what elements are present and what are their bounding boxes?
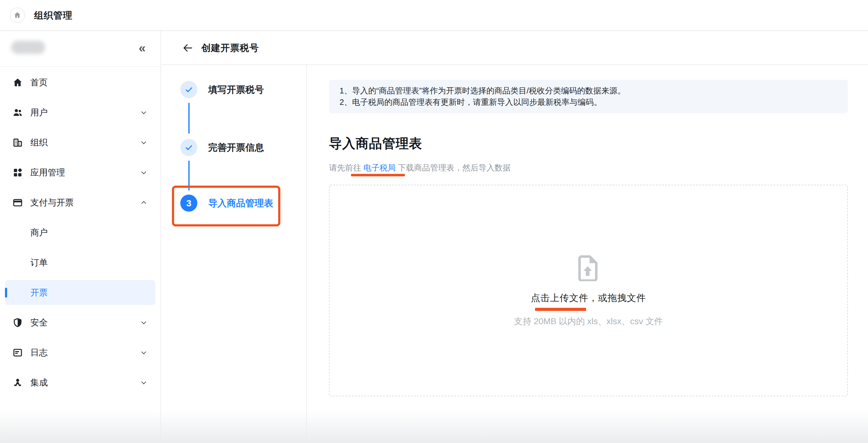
collapse-sidebar-button[interactable]: « [139, 42, 146, 54]
sidebar-item-label: 集成 [30, 377, 48, 388]
detail-header: 创建开票税号 [162, 31, 868, 65]
sidebar-item-organization[interactable]: 组织 [0, 128, 160, 158]
upload-hint-text: 支持 20MB 以内的 xls、xlsx、csv 文件 [330, 315, 847, 327]
sidebar-item-apps[interactable]: 应用管理 [0, 158, 160, 188]
sidebar-item-label: 组织 [30, 137, 48, 148]
sidebar-item-label: 商户 [30, 227, 48, 239]
instruction-prefix: 请先前往 [329, 163, 363, 172]
sidebar-item-users[interactable]: 用户 [0, 97, 160, 128]
upload-annotation-underline [535, 308, 586, 311]
detail-title: 创建开票税号 [202, 31, 259, 65]
step-1-done-check-icon [180, 81, 197, 98]
e-tax-bureau-link[interactable]: 电子税局 [363, 163, 396, 172]
sidebar-item-label: 应用管理 [30, 167, 65, 178]
selected-indicator-bar [5, 288, 7, 298]
sidebar-item-integration[interactable]: 集成 [0, 368, 160, 398]
chevron-down-icon [140, 108, 148, 117]
file-dropzone[interactable]: 点击上传文件，或拖拽文件 支持 20MB 以内的 xls、xlsx、csv 文件 [329, 185, 848, 396]
sidebar-item-merchant[interactable]: 商户 [0, 217, 160, 247]
step-2-label: 完善开票信息 [208, 139, 264, 156]
sidebar-item-logs[interactable]: 日志 [0, 338, 160, 368]
sidebar-item-label: 订单 [30, 257, 48, 269]
sidebar-item-label: 日志 [30, 347, 48, 359]
chevron-down-icon [140, 168, 148, 177]
notice-box: 1、导入的“商品管理表”将作为开票时选择的商品类目/税收分类编码的数据来源。 2… [329, 80, 848, 113]
notice-line: 1、导入的“商品管理表”将作为开票时选择的商品类目/税收分类编码的数据来源。 [340, 85, 837, 97]
step-connector [188, 103, 190, 134]
chevron-down-icon [140, 348, 148, 357]
workspace-logo-redacted [11, 41, 45, 54]
page: 组织管理 « 首页 用户 [0, 0, 868, 443]
instruction-suffix: 下载商品管理表，然后导入数据 [396, 163, 510, 172]
sidebar-item-orders[interactable]: 订单 [0, 247, 160, 277]
sidebar-item-label: 安全 [30, 317, 48, 329]
sidebar-item-payment-invoicing[interactable]: 支付与开票 [0, 188, 160, 217]
home-icon [12, 77, 23, 88]
step-3-label: 导入商品管理表 [208, 195, 273, 212]
upload-main-text: 点击上传文件，或拖拽文件 [330, 292, 847, 304]
home-button[interactable] [9, 7, 25, 23]
download-instruction: 请先前往 电子税局 下载商品管理表，然后导入数据 [329, 162, 510, 173]
sidebar-item-home[interactable]: 首页 [0, 67, 160, 97]
step-connector [188, 161, 190, 191]
chevron-up-icon [140, 198, 148, 207]
step-2-done-check-icon [180, 139, 197, 156]
chevron-down-icon [140, 138, 148, 147]
chevron-down-icon [140, 318, 148, 327]
topbar: 组织管理 [0, 0, 868, 31]
log-icon [12, 347, 23, 358]
section-title: 导入商品管理表 [329, 135, 422, 152]
sidebar-item-security[interactable]: 安全 [0, 307, 160, 338]
organization-icon [12, 137, 23, 148]
step-3-number-badge: 3 [180, 195, 197, 212]
shield-icon [12, 317, 23, 328]
step-1-label: 填写开票税号 [208, 81, 264, 98]
integration-icon [12, 377, 23, 388]
back-button[interactable] [182, 42, 193, 54]
users-icon [12, 107, 23, 118]
sidebar-item-label: 支付与开票 [30, 197, 74, 208]
sidebar-item-label: 首页 [30, 77, 48, 89]
sidebar-menu: 首页 用户 组织 [0, 67, 160, 398]
sidebar-item-label: 用户 [30, 107, 48, 118]
link-annotation-underline [351, 174, 405, 176]
home-icon [13, 11, 21, 19]
sidebar-logo-row: « [0, 31, 160, 67]
file-upload-icon [578, 255, 597, 281]
stepper: 填写开票税号 完善开票信息 3 导入商品管理表 [161, 65, 307, 443]
page-title: 组织管理 [34, 0, 72, 31]
chevron-down-icon [140, 378, 148, 387]
sidebar-item-invoicing[interactable]: 开票 [5, 280, 156, 305]
import-panel: 1、导入的“商品管理表”将作为开票时选择的商品类目/税收分类编码的数据来源。 2… [307, 65, 868, 443]
apps-icon [12, 167, 23, 178]
payment-card-icon [12, 197, 23, 208]
sidebar: « 首页 用户 组织 [0, 31, 161, 443]
sidebar-item-label: 开票 [30, 287, 48, 299]
notice-line: 2、电子税局的商品管理表有更新时，请重新导入以同步最新税率与编码。 [340, 97, 837, 108]
